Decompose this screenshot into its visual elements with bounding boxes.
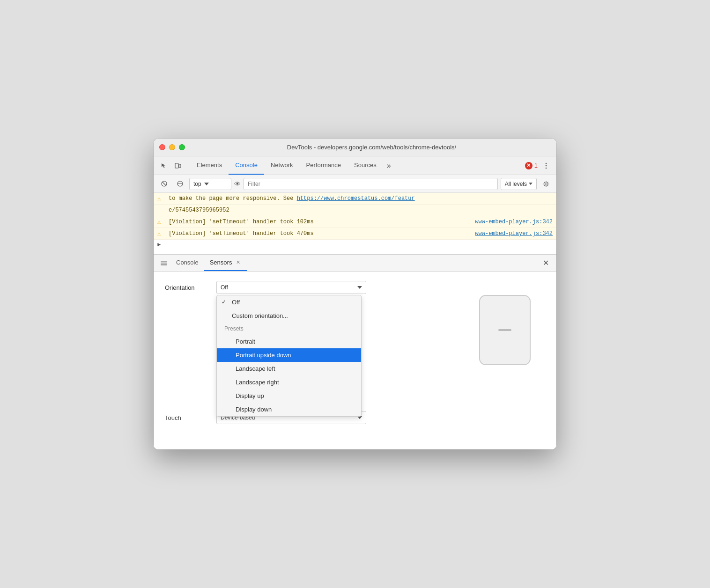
tab-performance[interactable]: Performance — [300, 156, 348, 175]
orientation-label: Orientation — [165, 284, 216, 291]
minimize-button[interactable] — [169, 144, 175, 150]
eye-icon[interactable]: 👁 — [234, 180, 241, 188]
svg-rect-10 — [161, 261, 167, 262]
clear-console-icon[interactable] — [157, 177, 170, 191]
inspect-icon[interactable] — [157, 159, 170, 172]
console-expand-btn[interactable]: ► — [154, 240, 556, 250]
dropdown-item-custom[interactable]: Custom orientation... — [217, 309, 361, 323]
phone-mockup-area — [467, 295, 542, 379]
warning-icon-3: ⚠ — [157, 230, 161, 238]
svg-rect-0 — [175, 163, 178, 168]
bottom-panel: Console Sensors ✕ ✕ Orientation Off — [154, 254, 556, 449]
svg-point-4 — [546, 167, 547, 169]
console-output: ⚠ to make the page more responsive. See … — [154, 193, 556, 254]
warning-icon: ⚠ — [157, 195, 161, 203]
touch-label: Touch — [165, 414, 216, 421]
filter-input[interactable] — [244, 178, 498, 190]
svg-point-3 — [546, 165, 547, 166]
tab-sources[interactable]: Sources — [348, 156, 383, 175]
more-tabs-button[interactable]: » — [383, 156, 395, 175]
orientation-row: Orientation Off Off Custom orientation..… — [165, 281, 545, 294]
sensors-panel: Orientation Off Off Custom orientation..… — [154, 272, 556, 449]
more-options-icon[interactable] — [540, 159, 553, 172]
bottom-tab-console[interactable]: Console — [170, 255, 204, 271]
svg-rect-12 — [161, 265, 167, 265]
phone-mockup — [479, 295, 531, 365]
traffic-lights — [159, 144, 185, 150]
sensors-close-btn[interactable]: ✕ — [235, 259, 241, 266]
dropdown-item-off[interactable]: Off — [217, 295, 361, 309]
panel-close-btn[interactable]: ✕ — [539, 255, 553, 271]
console-toolbar: top 👁 All levels — [154, 175, 556, 193]
maximize-button[interactable] — [179, 144, 185, 150]
console-violation-1: ⚠ [Violation] 'setTimeout' handler took … — [154, 216, 556, 228]
tab-network[interactable]: Network — [264, 156, 300, 175]
close-button[interactable] — [159, 144, 165, 150]
console-violation-2: ⚠ [Violation] 'setTimeout' handler took … — [154, 228, 556, 240]
dropdown-item-landscape-right[interactable]: Landscape right — [217, 375, 361, 389]
violation-2-link[interactable]: www-embed-player.js:342 — [475, 229, 553, 238]
block-icon[interactable] — [173, 177, 186, 191]
svg-rect-11 — [161, 263, 167, 264]
dropdown-item-display-down[interactable]: Display down — [217, 403, 361, 416]
main-tab-bar: Elements Console Network Performance Sou… — [154, 156, 556, 175]
tab-console[interactable]: Console — [229, 156, 264, 175]
device-mode-icon[interactable] — [171, 159, 185, 172]
svg-rect-1 — [179, 164, 181, 168]
tab-elements[interactable]: Elements — [190, 156, 229, 175]
main-tabs: Elements Console Network Performance Sou… — [190, 156, 521, 175]
bottom-tab-sensors[interactable]: Sensors ✕ — [204, 255, 247, 271]
dropdown-item-landscape-left[interactable]: Landscape left — [217, 362, 361, 375]
window-title: DevTools - developers.google.com/web/too… — [192, 144, 551, 151]
orientation-dropdown-menu: Off Custom orientation... Presets Portra… — [216, 295, 362, 417]
bottom-tab-menu-icon[interactable] — [157, 255, 170, 271]
svg-point-2 — [546, 162, 547, 164]
title-bar: DevTools - developers.google.com/web/too… — [154, 139, 556, 156]
tab-bar-right-controls: ✕ 1 — [521, 156, 553, 175]
svg-point-9 — [545, 183, 547, 185]
violation-1-link[interactable]: www-embed-player.js:342 — [475, 218, 553, 226]
orientation-dropdown-container: Off Off Custom orientation... Presets Po… — [216, 281, 366, 294]
settings-icon[interactable] — [540, 177, 553, 191]
levels-selector[interactable]: All levels — [501, 178, 537, 190]
tab-bar-left-controls — [157, 156, 190, 175]
console-line-url-cont: e/5745543795965952 — [154, 205, 556, 216]
console-line-url: ⚠ to make the page more responsive. See … — [154, 193, 556, 205]
bottom-tab-bar: Console Sensors ✕ ✕ — [154, 255, 556, 272]
error-badge: ✕ 1 — [525, 162, 538, 169]
dropdown-item-display-up[interactable]: Display up — [217, 389, 361, 403]
dropdown-item-portrait-down[interactable]: Portrait upside down — [217, 348, 361, 362]
context-selector[interactable]: top — [189, 178, 231, 190]
phone-home-button — [498, 329, 511, 331]
dropdown-item-portrait[interactable]: Portrait — [217, 335, 361, 348]
devtools-window: DevTools - developers.google.com/web/too… — [154, 139, 556, 449]
warning-icon-2: ⚠ — [157, 218, 161, 227]
orientation-select[interactable]: Off — [216, 281, 366, 294]
svg-line-6 — [162, 182, 166, 186]
dropdown-group-presets: Presets — [217, 323, 361, 335]
error-icon: ✕ — [525, 162, 532, 169]
